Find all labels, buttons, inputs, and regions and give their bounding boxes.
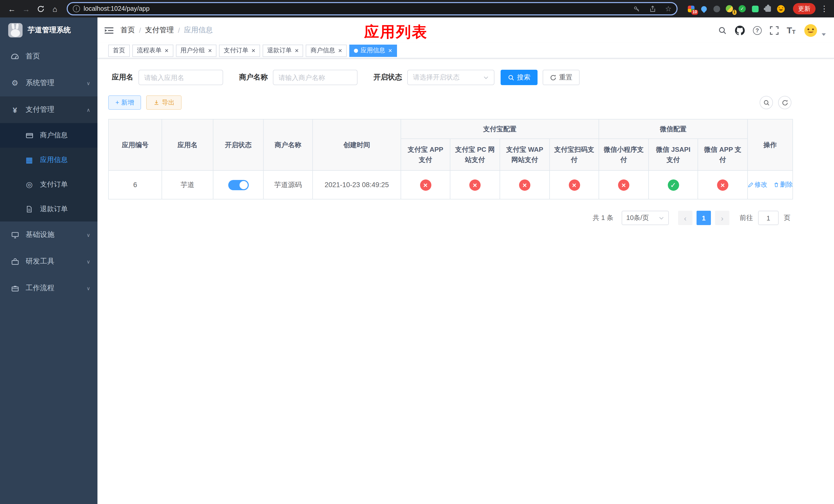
header-search-icon[interactable]	[718, 26, 727, 35]
cell-wx-app: ×	[698, 170, 748, 199]
toggle-search-button[interactable]	[760, 96, 773, 109]
browser-home-button[interactable]: ⌂	[48, 2, 62, 15]
share-icon[interactable]	[646, 5, 659, 12]
page-size-select[interactable]: 10条/页	[622, 211, 669, 225]
tab-close-icon[interactable]: ×	[164, 47, 169, 54]
chevron-down-icon: ∨	[86, 285, 90, 291]
next-page-button[interactable]: ›	[715, 211, 729, 225]
browser-reload-button[interactable]	[34, 2, 47, 15]
sidebar-item-refund-order[interactable]: 退款订单	[0, 197, 97, 222]
browser-toolbar: ← → ⌂ i localhost:1024/pay/app ☆ 10 1 ✓	[0, 0, 834, 18]
app-name-label: 应用名	[112, 73, 133, 82]
breadcrumb-pay-management[interactable]: 支付管理	[145, 26, 174, 35]
cell-wx-mini: ×	[599, 170, 649, 199]
toolbox-icon	[10, 258, 20, 265]
tab-label: 用户分组	[180, 46, 205, 55]
bookmark-star-icon[interactable]: ☆	[662, 5, 675, 13]
chevron-down-icon[interactable]	[822, 33, 826, 36]
tab-refund-order[interactable]: 退款订单 ×	[263, 44, 303, 56]
download-icon	[154, 99, 160, 106]
merchant-name-input[interactable]	[273, 70, 357, 85]
tab-close-icon[interactable]: ×	[208, 47, 212, 54]
tab-home[interactable]: 首页	[108, 44, 130, 56]
tab-user-group[interactable]: 用户分组 ×	[176, 44, 216, 56]
password-key-icon[interactable]	[630, 5, 643, 12]
extension-icon-drop[interactable]	[700, 5, 708, 13]
col-header-wx-app: 微信 APP 支付	[698, 139, 748, 170]
tab-close-icon[interactable]: ×	[295, 47, 299, 54]
status-select[interactable]: 请选择开启状态	[407, 70, 495, 85]
sidebar-item-home[interactable]: 首页	[0, 43, 97, 70]
tab-process-form[interactable]: 流程表单 ×	[132, 44, 173, 56]
tab-label: 流程表单	[137, 46, 161, 55]
sidebar-item-system[interactable]: ⚙ 系统管理 ∨	[0, 70, 97, 96]
extension-icon-dark[interactable]	[712, 5, 721, 13]
browser-back-button[interactable]: ←	[5, 2, 19, 15]
tab-label: 应用信息	[360, 46, 385, 55]
extensions-puzzle-icon[interactable]	[764, 5, 772, 13]
sidebar-item-merchant-info[interactable]: 商户信息	[0, 123, 97, 148]
screenshot-root: ← → ⌂ i localhost:1024/pay/app ☆ 10 1 ✓	[0, 0, 834, 504]
disabled-icon: ×	[469, 179, 481, 190]
extension-icon-chat[interactable]	[751, 5, 759, 13]
reset-button[interactable]: 重置	[543, 70, 579, 85]
page-number-button[interactable]: 1	[697, 211, 711, 225]
font-size-icon[interactable]: TT	[787, 26, 795, 35]
user-avatar[interactable]	[804, 23, 818, 37]
sidebar-item-infrastructure[interactable]: 基础设施 ∨	[0, 222, 97, 248]
tab-label: 商户信息	[311, 46, 335, 55]
app-name-input[interactable]	[138, 70, 223, 85]
github-icon[interactable]	[735, 25, 745, 35]
breadcrumb-home[interactable]: 首页	[120, 26, 135, 35]
sidebar-item-pay-order[interactable]: ◎ 支付订单	[0, 172, 97, 197]
search-icon	[763, 99, 770, 106]
sidebar-item-app-info[interactable]: ▦ 应用信息	[0, 148, 97, 172]
tab-close-icon[interactable]: ×	[388, 47, 392, 54]
tab-pay-order[interactable]: 支付订单 ×	[219, 44, 260, 56]
browser-menu-button[interactable]: ⋮	[820, 4, 829, 13]
add-button[interactable]: + 新增	[108, 95, 141, 110]
tab-close-icon[interactable]: ×	[338, 47, 342, 54]
refresh-icon	[550, 74, 556, 81]
col-header-id: 应用编号	[109, 119, 162, 170]
delete-button-label: 删除	[780, 181, 793, 189]
cell-alipay-app: ×	[401, 170, 450, 199]
breadcrumb-separator: /	[139, 26, 141, 35]
prev-page-button[interactable]: ‹	[678, 211, 693, 225]
fullscreen-icon[interactable]	[770, 26, 778, 35]
gear-icon: ⚙	[10, 78, 20, 88]
jump-page-input[interactable]	[758, 211, 778, 225]
browser-profile-avatar[interactable]	[776, 5, 785, 13]
tab-close-icon[interactable]: ×	[251, 47, 255, 54]
sidebar-toggle-button[interactable]	[97, 18, 120, 43]
status-toggle[interactable]	[228, 180, 248, 190]
profile-badge: 1	[732, 10, 737, 15]
help-icon[interactable]: ?	[753, 26, 762, 35]
tab-app-info[interactable]: 应用信息 ×	[349, 44, 397, 56]
export-button[interactable]: 导出	[147, 95, 182, 110]
extension-icon-grid[interactable]: 10	[687, 5, 695, 13]
page-size-value: 10条/页	[626, 213, 649, 223]
browser-update-button[interactable]: 更新	[793, 3, 815, 14]
browser-forward-button[interactable]: →	[20, 2, 33, 15]
delete-button[interactable]: 删除	[773, 181, 793, 189]
extension-icon-check[interactable]: ✓	[738, 5, 746, 13]
search-button[interactable]: 搜索	[501, 70, 537, 85]
col-header-merchant: 商户名称	[263, 119, 313, 170]
sidebar-item-workflow[interactable]: 工作流程 ∨	[0, 275, 97, 301]
disabled-icon: ×	[420, 179, 431, 190]
site-info-icon[interactable]: i	[73, 5, 80, 12]
chevron-down-icon: ∨	[86, 80, 90, 86]
address-bar[interactable]: i localhost:1024/pay/app ☆	[67, 2, 678, 15]
edit-button[interactable]: 修改	[748, 181, 767, 189]
tab-label: 支付订单	[224, 46, 248, 55]
refresh-table-button[interactable]	[778, 96, 791, 109]
plus-icon: +	[115, 99, 119, 106]
extension-icon-avatar[interactable]: 1	[725, 5, 733, 13]
sidebar-item-dev-tools[interactable]: 研发工具 ∨	[0, 248, 97, 275]
sidebar-item-payment[interactable]: ¥ 支付管理 ∧	[0, 96, 97, 123]
disabled-icon: ×	[569, 179, 580, 190]
group-header-wechat: 微信配置	[599, 119, 748, 139]
tab-merchant-info[interactable]: 商户信息 ×	[306, 44, 347, 56]
app-logo[interactable]: 芋道管理系统	[0, 18, 97, 43]
